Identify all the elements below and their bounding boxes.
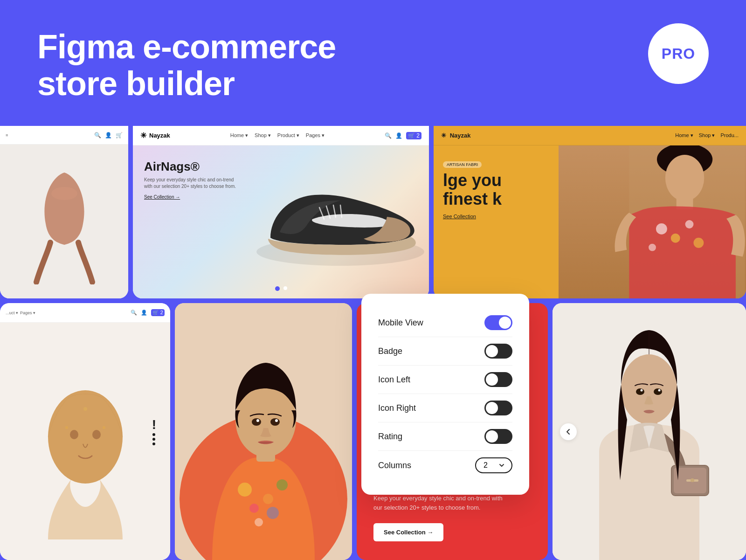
svg-point-8 bbox=[649, 244, 656, 251]
shoe-nav-links: Home ▾ Shop ▾ Product ▾ Pages ▾ bbox=[230, 132, 325, 138]
svg-point-0 bbox=[51, 187, 77, 200]
chair-card-inner: ≡ 🔍 👤 🛒 bbox=[0, 126, 128, 298]
svg-point-41 bbox=[658, 389, 661, 392]
shoe-hero-subtitle: Keep your everyday style chic and on-tre… bbox=[144, 177, 237, 190]
svg-point-40 bbox=[641, 389, 643, 392]
svg-point-4 bbox=[665, 155, 704, 201]
header-title-text: Figma e-commerce store builder bbox=[37, 28, 336, 102]
portrait-content bbox=[175, 303, 352, 560]
dot-1[interactable] bbox=[275, 286, 280, 291]
portrait-card bbox=[175, 303, 352, 560]
artisan-nav-links: Home ▾ Shop ▾ Produ... bbox=[675, 132, 739, 138]
search-icon[interactable]: 🔍 bbox=[94, 132, 101, 138]
toggle-knob bbox=[486, 430, 498, 442]
handbag-card bbox=[553, 303, 746, 560]
toggle-knob bbox=[486, 402, 498, 414]
shoe-hero-title: AirNags® bbox=[144, 159, 237, 174]
user-icon[interactable]: 👤 bbox=[395, 132, 402, 139]
mobile-view-row: Mobile View bbox=[378, 309, 512, 337]
artisan-text-overlay: lge you finest k See Collection bbox=[443, 171, 502, 219]
icon-right-toggle[interactable] bbox=[484, 401, 512, 415]
head-nav-icons: 🔍 👤 🛒 2 bbox=[131, 309, 165, 316]
search-icon[interactable]: 🔍 bbox=[131, 310, 137, 316]
artisan-model-bg bbox=[559, 145, 746, 298]
pro-badge: PRO bbox=[648, 23, 709, 84]
cart-icon[interactable]: 🛒 2 bbox=[406, 132, 421, 139]
artisan-model-svg bbox=[559, 145, 746, 298]
icon-right-label: Icon Right bbox=[378, 403, 416, 413]
bust-svg bbox=[20, 344, 151, 539]
shoe-hero: AirNags® Keep your everyday style chic a… bbox=[133, 145, 429, 298]
nav-menu-dots: ≡ bbox=[6, 133, 8, 138]
badge-toggle[interactable] bbox=[484, 344, 512, 359]
columns-row: Columns 2 bbox=[378, 451, 512, 480]
mobile-view-label: Mobile View bbox=[378, 318, 423, 328]
fashion-model-svg bbox=[553, 303, 746, 560]
toggle-knob bbox=[499, 317, 511, 329]
svg-point-30 bbox=[275, 419, 278, 422]
chair-illustration bbox=[0, 126, 128, 298]
cart-icon[interactable]: 🛒 2 bbox=[151, 309, 165, 316]
shoe-card: ✳ Nayzak Home ▾ Shop ▾ Product ▾ Pages ▾… bbox=[133, 126, 429, 298]
rating-toggle[interactable] bbox=[484, 429, 512, 444]
svg-point-9 bbox=[685, 220, 694, 228]
dot-2[interactable] bbox=[283, 286, 287, 290]
svg-point-13 bbox=[92, 430, 101, 439]
user-icon[interactable]: 👤 bbox=[141, 310, 147, 316]
columns-label: Columns bbox=[378, 461, 411, 470]
chair-svg bbox=[22, 163, 106, 284]
shoe-nav: ✳ Nayzak Home ▾ Shop ▾ Product ▾ Pages ▾… bbox=[133, 126, 429, 145]
columns-dropdown[interactable]: 2 bbox=[475, 457, 512, 473]
search-icon[interactable]: 🔍 bbox=[385, 132, 392, 139]
artisan-see-collection[interactable]: See Collection bbox=[443, 214, 502, 219]
badge-label: Badge bbox=[378, 346, 402, 356]
pro-badge-text: PRO bbox=[662, 45, 695, 62]
head-card-content: ! bbox=[0, 323, 170, 560]
svg-point-35 bbox=[691, 478, 694, 482]
header-section: Figma e-commerce store builder PRO bbox=[0, 0, 746, 126]
head-card-nav: ...uct ▾ Pages ▾ 🔍 👤 🛒 2 bbox=[0, 303, 170, 323]
head-card: ...uct ▾ Pages ▾ 🔍 👤 🛒 2 bbox=[0, 303, 170, 560]
see-collection-button[interactable]: See Collection → bbox=[373, 523, 443, 541]
prev-arrow-button[interactable] bbox=[560, 423, 577, 440]
shoe-nav-logo: ✳ Nayzak bbox=[140, 131, 170, 140]
svg-point-27 bbox=[252, 418, 261, 426]
svg-point-6 bbox=[656, 223, 667, 235]
svg-point-11 bbox=[48, 390, 123, 484]
content-area: ≡ 🔍 👤 🛒 bbox=[0, 126, 746, 560]
nav-partial-text: ...uct ▾ Pages ▾ bbox=[6, 311, 35, 315]
svg-point-22 bbox=[267, 507, 279, 519]
arrow-left-icon bbox=[565, 428, 572, 436]
exclamation-area: ! bbox=[152, 418, 156, 445]
chevron-down-icon bbox=[498, 462, 505, 469]
see-collection-link[interactable]: See Collection → bbox=[144, 194, 237, 200]
shoe-nav-icons: 🔍 👤 🛒 2 bbox=[385, 132, 421, 139]
shoe-hero-text: AirNags® Keep your everyday style chic a… bbox=[144, 159, 237, 200]
toggle-knob bbox=[486, 345, 498, 357]
artisan-card: ✳ Nayzak Home ▾ Shop ▾ Produ... ARTISAN … bbox=[434, 126, 746, 298]
svg-point-24 bbox=[263, 494, 273, 504]
icon-left-label: Icon Left bbox=[378, 375, 410, 385]
shoe-image bbox=[242, 163, 429, 284]
rating-row: Rating bbox=[378, 422, 512, 451]
cart-icon[interactable]: 🛒 bbox=[116, 132, 123, 138]
artisan-badge: ARTISAN FABRI bbox=[443, 159, 482, 168]
mobile-view-toggle[interactable] bbox=[484, 315, 512, 330]
dream-shop-subtitle: Keep your everyday style chic and on-tre… bbox=[373, 494, 504, 512]
chair-card: ≡ 🔍 👤 🛒 bbox=[0, 126, 128, 298]
shoe-carousel-dots bbox=[275, 286, 287, 291]
svg-point-7 bbox=[671, 234, 680, 243]
nike-shoe-svg bbox=[242, 163, 429, 284]
svg-point-37 bbox=[621, 354, 677, 424]
icon-left-toggle[interactable] bbox=[484, 372, 512, 387]
rating-label: Rating bbox=[378, 432, 402, 442]
svg-point-28 bbox=[270, 418, 280, 426]
user-icon[interactable]: 👤 bbox=[105, 132, 112, 138]
svg-point-12 bbox=[70, 430, 78, 439]
icon-right-row: Icon Right bbox=[378, 394, 512, 422]
toggle-knob bbox=[486, 373, 498, 386]
nav-icons: 🔍 👤 🛒 bbox=[94, 132, 123, 138]
artisan-nav: ✳ Nayzak Home ▾ Shop ▾ Produ... bbox=[434, 126, 746, 145]
header-title: Figma e-commerce store builder bbox=[37, 28, 336, 102]
portrait-svg bbox=[175, 303, 352, 560]
